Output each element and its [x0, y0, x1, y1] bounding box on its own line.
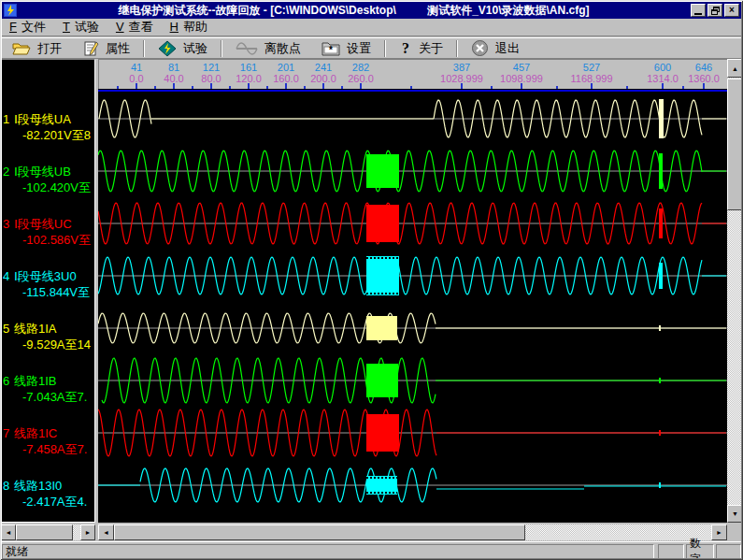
svg-text:?: ? [402, 40, 409, 56]
menu-item-file[interactable]: F文件 [2, 18, 55, 37]
title-bar: 继电保护测试系统--故障回放 - [C:\WINDOWS\Desktop\ 测试… [2, 2, 741, 19]
time-cursor-mark[interactable] [659, 208, 663, 238]
close-button[interactable]: × [724, 4, 739, 17]
channel-name: Ⅰ段母线UC [14, 217, 72, 231]
channel-number: 6 [3, 374, 9, 388]
ruler-sample-label: 201 [278, 62, 294, 73]
settings-folder-icon: * [321, 41, 340, 56]
time-cursor-mark[interactable] [659, 325, 661, 331]
time-cursor-mark[interactable] [659, 153, 663, 189]
channel-number: 1 [3, 112, 9, 126]
v-scrollbar-thumb[interactable] [727, 79, 743, 210]
channel-name: Ⅰ段母线3U0 [14, 269, 77, 283]
ruler-sample-label: 600 [654, 62, 671, 73]
waveform-area[interactable] [98, 89, 727, 523]
discrete-gap-block [366, 414, 399, 452]
h-scrollbar-main-thumb[interactable] [114, 524, 525, 540]
svg-text:*: * [329, 45, 333, 55]
time-ruler: 410.08140.012180.0161120.0201160.0241200… [98, 59, 727, 89]
properties-button[interactable]: 属性 [72, 38, 140, 59]
channel-range: -102.420V至 [22, 180, 91, 194]
ruler-sample-label: 527 [583, 62, 600, 73]
scroll-down-button[interactable]: ▼ [727, 505, 743, 523]
window-title: 继电保护测试系统--故障回放 - [C:\WINDOWS\Desktop\ 测试… [17, 3, 691, 19]
ruler-sample-label: 282 [352, 62, 369, 73]
time-cursor-mark[interactable] [659, 99, 664, 138]
channel-number: 8 [3, 479, 9, 493]
status-num-indicator: 数字 [686, 544, 714, 559]
ruler-sample-label: 41 [131, 62, 142, 73]
discrete-gap-block [366, 154, 399, 188]
ruler-sample-label: 387 [453, 62, 470, 73]
toolbar-separator [221, 40, 222, 57]
waveform-canvas[interactable] [98, 89, 727, 523]
ruler-sample-label: 161 [240, 62, 257, 73]
status-bar: 就绪 数字 [0, 541, 743, 560]
menu-item-view[interactable]: V查看 [108, 18, 163, 37]
toolbar-separator [456, 40, 458, 57]
channel-range: -7.458A至7. [22, 442, 87, 456]
channel-name: 线路1IB [14, 374, 57, 388]
status-panel-1 [658, 544, 684, 559]
discrete-gap-block [366, 316, 397, 340]
scroll-up-button[interactable]: ▲ [727, 59, 743, 78]
ruler-sample-label: 646 [695, 62, 712, 73]
about-button[interactable]: ? 关于 [389, 38, 453, 59]
minimize-button[interactable] [691, 4, 706, 17]
channel-number: 5 [3, 322, 9, 336]
scroll-left-button[interactable]: ◄ [98, 524, 114, 540]
channel-name: 线路1IA [14, 322, 57, 336]
exit-button[interactable]: 退出 [461, 38, 530, 59]
minimize-icon [694, 13, 702, 15]
time-cursor-mark[interactable] [659, 263, 663, 289]
channel-number: 4 [3, 269, 9, 283]
close-icon: × [729, 6, 735, 15]
channel-range: -2.417A至4. [22, 495, 87, 509]
toolbar: 打开 属性 试验 离散点 * 设置 [2, 37, 741, 59]
menu-bar: F文件 T试验 V查看 H帮助 [2, 19, 741, 36]
ruler-sample-label: 241 [315, 62, 332, 73]
channel-range: -115.844V至 [22, 285, 90, 299]
status-ready-text: 就绪 [6, 544, 28, 560]
menu-item-help[interactable]: H帮助 [163, 18, 217, 37]
discrete-points-button[interactable]: 离散点 [225, 38, 311, 59]
toolbar-separator [143, 40, 145, 57]
restore-icon [711, 7, 720, 15]
channel-range: -82.201V至8 [22, 128, 91, 142]
exit-icon [471, 39, 489, 57]
scrollbar-corner [727, 524, 742, 540]
open-button[interactable]: 打开 [2, 38, 72, 59]
time-cursor-mark[interactable] [659, 378, 661, 383]
time-cursor-mark[interactable] [659, 482, 661, 488]
scroll-right-button[interactable]: ► [80, 524, 95, 540]
channel-number: 7 [3, 426, 9, 440]
channel-name: Ⅰ段母线UB [14, 165, 71, 179]
properties-icon [82, 40, 99, 57]
settings-button[interactable]: * 设置 [311, 38, 381, 59]
question-mark-icon: ? [399, 40, 412, 57]
discrete-gap-block [366, 364, 398, 397]
channel-panel: 1Ⅰ段母线UA-82.201V至82Ⅰ段母线UB-102.420V至3Ⅰ段母线U… [1, 59, 95, 523]
ruler-sample-label: 121 [203, 62, 220, 73]
h-scrollbar-left-thumb[interactable] [16, 524, 73, 540]
channel-range: -102.586V至 [22, 233, 91, 247]
restore-button[interactable] [707, 4, 722, 17]
sine-wave-icon [236, 40, 258, 57]
channel-range: -7.043A至7. [22, 390, 87, 404]
scroll-right-button[interactable]: ► [711, 524, 727, 540]
channel-range: -9.529A至14 [22, 337, 91, 352]
channel-number: 3 [3, 217, 9, 231]
ruler-sample-label: 457 [513, 62, 530, 73]
channel-number: 2 [3, 165, 9, 179]
menu-item-test[interactable]: T试验 [55, 18, 108, 37]
test-button[interactable]: 试验 [148, 38, 218, 59]
test-lightning-icon [158, 40, 177, 57]
channel-name: 线路1IC [14, 426, 57, 440]
toolbar-separator [384, 40, 386, 57]
discrete-gap-block [366, 205, 399, 242]
status-ready-panel: 就绪 [2, 544, 654, 559]
time-cursor-mark[interactable] [659, 430, 661, 436]
scroll-left-button[interactable]: ◄ [1, 524, 16, 540]
channel-name: 线路13I0 [14, 479, 62, 493]
status-panel-2 [716, 544, 741, 559]
